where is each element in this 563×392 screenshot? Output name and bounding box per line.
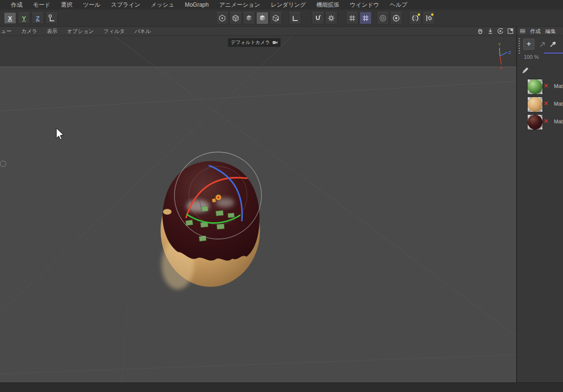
snap-button[interactable] (312, 12, 324, 24)
material-row[interactable]: × Mat... (517, 78, 563, 96)
panel-menu-create[interactable]: 作成 (530, 28, 541, 35)
locked-workplane-button[interactable] (377, 12, 389, 24)
polygon-mode-button[interactable] (256, 12, 269, 24)
menu-render[interactable]: レンダリング (265, 1, 311, 9)
maximize-view-icon[interactable] (507, 27, 514, 35)
menu-tools[interactable]: ツール (78, 1, 106, 9)
axis-z-label: Z (509, 50, 511, 55)
camera-icon (272, 41, 278, 44)
snap-settings-button[interactable] (325, 12, 337, 24)
snap-grid-button[interactable] (359, 12, 372, 24)
viewport-menubar: ュー カメラ 表示 オプション フィルタ パネル (0, 27, 516, 36)
workplane-grid-button[interactable] (346, 12, 358, 24)
sphere-object[interactable] (161, 161, 260, 289)
edit-material-icon[interactable] (521, 66, 530, 75)
material-thumbnail-green[interactable] (527, 79, 543, 95)
material-row[interactable]: × Mat... (517, 113, 563, 131)
workplane-grid-icon (348, 14, 357, 22)
viewport-menu-options[interactable]: オプション (62, 28, 98, 35)
axis-x-label: X (499, 65, 502, 70)
zoom-view-icon[interactable] (487, 27, 494, 35)
material-name[interactable]: Mat... (554, 83, 563, 89)
pan-view-icon[interactable] (476, 27, 484, 35)
texture-mode-button[interactable] (243, 12, 255, 24)
material-thumbnail-tan[interactable] (527, 97, 543, 112)
material-row[interactable]: × Mat... (517, 96, 563, 113)
axis-lock-x[interactable]: X (4, 12, 16, 24)
add-material-button[interactable]: + (523, 39, 534, 50)
viewport-menu-filter[interactable]: フィルタ (98, 28, 130, 35)
material-delete-icon[interactable]: × (544, 99, 548, 107)
snap-magnet-icon (314, 14, 322, 22)
viewport-menu-display[interactable]: 表示 (42, 28, 62, 35)
material-manager-menubar: 作成 編集 (517, 27, 563, 36)
snap-settings-gear-icon (327, 14, 336, 22)
orbit-cursor-icon (0, 161, 6, 167)
camera-label[interactable]: デフォルトカメラ (228, 38, 281, 47)
axis-y-label: Y (498, 42, 501, 47)
axis-lock-z[interactable]: Z (32, 12, 44, 24)
viewport-menu-camera[interactable]: カメラ (16, 28, 42, 35)
coordinate-system-button[interactable] (45, 12, 58, 24)
polygon-mode-icon (258, 14, 267, 22)
model-mode-button[interactable] (229, 12, 242, 24)
material-list: × Mat... × Mat... × Mat... (517, 78, 563, 131)
viewport-menu-view[interactable]: ュー (0, 28, 16, 35)
zoom-slider[interactable] (544, 53, 563, 54)
tweak-badge (431, 13, 433, 16)
point-mode-icon (271, 14, 280, 22)
main-toolbar: X Y Z (0, 10, 563, 27)
snap-grid-icon (361, 14, 370, 22)
symmetry-badge (418, 13, 420, 16)
tweak-button[interactable] (422, 12, 435, 24)
enable-axis-icon (291, 14, 299, 22)
menu-window[interactable]: ウインドウ (345, 1, 384, 9)
symmetry-button[interactable] (409, 12, 422, 24)
material-thumbnail-chocolate[interactable] (527, 114, 543, 130)
model-mode-icon (231, 14, 240, 22)
menu-select[interactable]: 選択 (56, 1, 78, 9)
rotate-view-icon[interactable] (497, 27, 504, 35)
material-delete-icon[interactable]: × (544, 117, 548, 125)
point-mode-button[interactable] (270, 12, 282, 24)
panel-menu-icon[interactable] (520, 29, 525, 33)
enable-axis-button[interactable] (289, 12, 301, 24)
pick-material-icon[interactable] (549, 39, 558, 48)
locked-workplane-icon (379, 14, 387, 22)
menu-spline[interactable]: スプライン (106, 1, 145, 9)
mouse-cursor (56, 128, 64, 140)
texture-mode-icon (245, 14, 253, 22)
menu-mode[interactable]: モード (28, 1, 56, 9)
axis-lock-y[interactable]: Y (18, 12, 30, 24)
axis-indicator: Y Z X (488, 42, 512, 70)
camera-label-text: デフォルトカメラ (231, 39, 270, 46)
zoom-level: 100 % (524, 54, 539, 60)
workplane-icon (392, 14, 401, 22)
menu-animation[interactable]: アニメーション (214, 1, 266, 9)
viewport-menu-panel[interactable]: パネル (130, 28, 155, 35)
material-name[interactable]: Mat... (554, 119, 563, 124)
panel-menu-edit[interactable]: 編集 (545, 28, 556, 35)
menu-create[interactable]: 作成 (6, 1, 28, 9)
viewport[interactable]: デフォルトカメラ Y Z X (0, 36, 516, 382)
menu-mograph[interactable]: MoGraph (180, 1, 214, 8)
menu-mesh[interactable]: メッシュ (146, 1, 180, 9)
menu-extensions[interactable]: 機能拡張 (311, 1, 345, 9)
material-manager-panel: 作成 編集 + 100 % × Mat... × (516, 27, 563, 382)
main-menubar: 作成 モード 選択 ツール スプライン メッシュ MoGraph アニメーション… (0, 0, 563, 10)
bottom-bar (0, 382, 563, 392)
workplane-button[interactable] (390, 12, 402, 24)
make-editable-button[interactable] (216, 12, 228, 24)
viewport-canvas[interactable] (0, 36, 516, 382)
material-name[interactable]: Mat... (554, 101, 563, 107)
coordinate-system-icon (47, 14, 56, 22)
make-editable-icon (218, 14, 227, 22)
menu-help[interactable]: ヘルプ (384, 1, 412, 9)
panel-drag-handle[interactable] (519, 38, 520, 54)
material-delete-icon[interactable]: × (544, 81, 548, 89)
load-material-icon[interactable] (538, 40, 547, 49)
